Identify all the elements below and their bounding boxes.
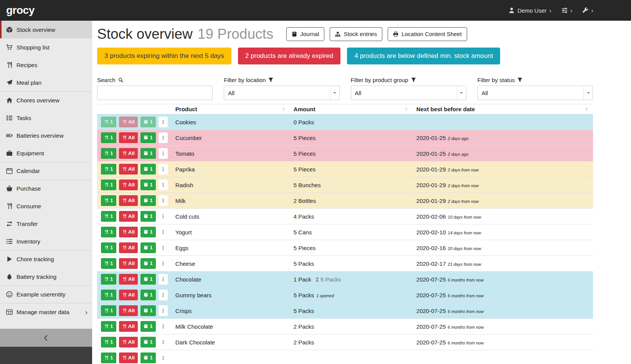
consume-one-button[interactable]: 1 bbox=[101, 164, 116, 175]
expired-products-banner[interactable]: 2 products are already expired bbox=[238, 48, 341, 64]
status-filter-select[interactable]: All bbox=[477, 86, 593, 100]
sidebar-item-recipes[interactable]: Recipes bbox=[0, 56, 92, 74]
column-header-best-before-date[interactable]: Next best before date bbox=[413, 104, 593, 114]
sidebar-item-equipment[interactable]: Equipment bbox=[0, 144, 92, 162]
row-menu-button[interactable] bbox=[159, 132, 168, 143]
open-one-button[interactable]: 1 bbox=[140, 148, 156, 159]
below-min-stock-banner[interactable]: 4 products are below defined min. stock … bbox=[347, 48, 500, 64]
sidebar-item-calendar[interactable]: Calendar bbox=[0, 162, 92, 180]
open-one-button[interactable]: 1 bbox=[140, 274, 156, 285]
consume-all-button[interactable]: All bbox=[119, 274, 138, 285]
consume-one-button[interactable]: 1 bbox=[101, 242, 116, 253]
open-one-button[interactable]: 1 bbox=[140, 211, 156, 222]
consume-all-button[interactable]: All bbox=[119, 180, 138, 190]
sidebar-item-meal-plan[interactable]: Meal plan bbox=[0, 74, 92, 91]
row-menu-button[interactable] bbox=[159, 195, 168, 206]
consume-all-button[interactable]: All bbox=[119, 148, 138, 159]
row-menu-button[interactable] bbox=[159, 180, 168, 190]
consume-all-button[interactable]: All bbox=[119, 258, 138, 269]
journal-button[interactable]: Journal bbox=[286, 27, 324, 41]
consume-all-button[interactable]: All bbox=[119, 242, 138, 253]
product-group-filter-select[interactable]: All bbox=[351, 86, 466, 100]
sidebar-item-batteries-overview[interactable]: Batteries overview bbox=[0, 127, 92, 144]
sidebar-item-transfer[interactable]: Transfer bbox=[0, 215, 92, 232]
location-filter-select[interactable]: All bbox=[224, 86, 339, 100]
admin-menu[interactable]: › bbox=[582, 7, 593, 14]
sidebar-item-stock-overview[interactable]: Stock overview bbox=[0, 21, 92, 38]
expiring-products-banner[interactable]: 3 products expiring within the next 5 da… bbox=[97, 48, 231, 64]
row-menu-button[interactable] bbox=[159, 258, 168, 269]
sidebar-item-consume[interactable]: Consume bbox=[0, 197, 92, 215]
row-menu-button[interactable] bbox=[159, 290, 168, 300]
open-one-button[interactable]: 1 bbox=[140, 305, 156, 316]
row-menu-button[interactable] bbox=[159, 164, 168, 175]
sidebar-item-tasks[interactable]: Tasks bbox=[0, 109, 92, 127]
consume-one-button[interactable]: 1 bbox=[101, 258, 116, 269]
row-menu-button[interactable] bbox=[159, 352, 168, 363]
consume-one-button[interactable]: 1 bbox=[101, 290, 116, 300]
consume-one-button[interactable]: 1 bbox=[101, 274, 116, 285]
open-one-button[interactable]: 1 bbox=[140, 117, 156, 127]
consume-one-button[interactable]: 1 bbox=[101, 337, 116, 348]
row-menu-button[interactable] bbox=[159, 211, 168, 222]
sidebar-item-chore-tracking[interactable]: Chore tracking bbox=[0, 250, 92, 268]
consume-all-button[interactable]: All bbox=[119, 290, 138, 300]
sidebar-item-purchase[interactable]: Purchase bbox=[0, 180, 92, 197]
row-menu-button[interactable] bbox=[159, 337, 168, 348]
column-header-product[interactable]: Product bbox=[172, 104, 290, 114]
sidebar-item-example-userentity[interactable]: Example userentity bbox=[0, 285, 92, 303]
stock-entries-button[interactable]: Stock entries bbox=[330, 27, 382, 41]
row-menu-button[interactable] bbox=[159, 227, 168, 237]
row-menu-button[interactable] bbox=[159, 321, 168, 332]
consume-all-button[interactable]: All bbox=[119, 227, 138, 237]
consume-one-button[interactable]: 1 bbox=[101, 321, 116, 332]
row-menu-button[interactable] bbox=[159, 274, 168, 285]
sidebar-item-chores-overview[interactable]: Chores overview bbox=[0, 91, 92, 109]
consume-all-button[interactable]: All bbox=[119, 117, 138, 127]
open-one-button[interactable]: 1 bbox=[140, 337, 156, 348]
consume-one-button[interactable]: 1 bbox=[101, 148, 116, 159]
consume-all-button[interactable]: All bbox=[119, 195, 138, 206]
row-menu-button[interactable] bbox=[159, 117, 168, 127]
consume-one-button[interactable]: 1 bbox=[101, 211, 116, 222]
open-one-button[interactable]: 1 bbox=[140, 242, 156, 253]
open-one-button[interactable]: 1 bbox=[140, 132, 156, 143]
consume-all-button[interactable]: All bbox=[119, 337, 138, 348]
app-logo[interactable]: grocy bbox=[6, 4, 35, 16]
sidebar-item-label: Meal plan bbox=[17, 79, 41, 86]
consume-one-button[interactable]: 1 bbox=[101, 305, 116, 316]
consume-all-button[interactable]: All bbox=[119, 305, 138, 316]
consume-one-button[interactable]: 1 bbox=[101, 117, 116, 127]
row-menu-button[interactable] bbox=[159, 242, 168, 253]
open-one-button[interactable]: 1 bbox=[140, 164, 156, 175]
consume-all-button[interactable]: All bbox=[119, 211, 138, 222]
row-menu-button[interactable] bbox=[159, 148, 168, 159]
open-one-button[interactable]: 1 bbox=[140, 258, 156, 269]
open-one-button[interactable]: 1 bbox=[140, 321, 156, 332]
consume-all-button[interactable]: All bbox=[119, 164, 138, 175]
open-one-button[interactable]: 1 bbox=[140, 352, 156, 363]
user-menu[interactable]: Demo User › bbox=[509, 7, 552, 14]
open-one-button[interactable]: 1 bbox=[140, 290, 156, 300]
sidebar-item-battery-tracking[interactable]: Battery tracking bbox=[0, 268, 92, 285]
open-one-button[interactable]: 1 bbox=[140, 227, 156, 237]
consume-one-button[interactable]: 1 bbox=[101, 227, 116, 237]
consume-one-button[interactable]: 1 bbox=[101, 180, 116, 190]
settings-menu[interactable]: › bbox=[562, 7, 573, 14]
consume-all-button[interactable]: All bbox=[119, 132, 138, 143]
consume-one-button[interactable]: 1 bbox=[101, 132, 116, 143]
location-content-sheet-button[interactable]: Location Content Sheet bbox=[388, 27, 467, 41]
sidebar-item-shopping-list[interactable]: Shopping list bbox=[0, 38, 92, 56]
sidebar-collapse-button[interactable] bbox=[0, 329, 92, 347]
consume-one-button[interactable]: 1 bbox=[101, 195, 116, 206]
search-input[interactable] bbox=[97, 86, 213, 100]
sidebar-item-inventory[interactable]: Inventory bbox=[0, 232, 92, 250]
consume-one-button[interactable]: 1 bbox=[101, 352, 116, 363]
consume-all-button[interactable]: All bbox=[119, 321, 138, 332]
column-header-amount[interactable]: Amount bbox=[290, 104, 413, 114]
consume-all-button[interactable]: All bbox=[119, 352, 138, 363]
open-one-button[interactable]: 1 bbox=[140, 195, 156, 206]
row-menu-button[interactable] bbox=[159, 305, 168, 316]
open-one-button[interactable]: 1 bbox=[140, 180, 156, 190]
sidebar-item-manage-master-data[interactable]: Manage master data › bbox=[0, 303, 92, 321]
